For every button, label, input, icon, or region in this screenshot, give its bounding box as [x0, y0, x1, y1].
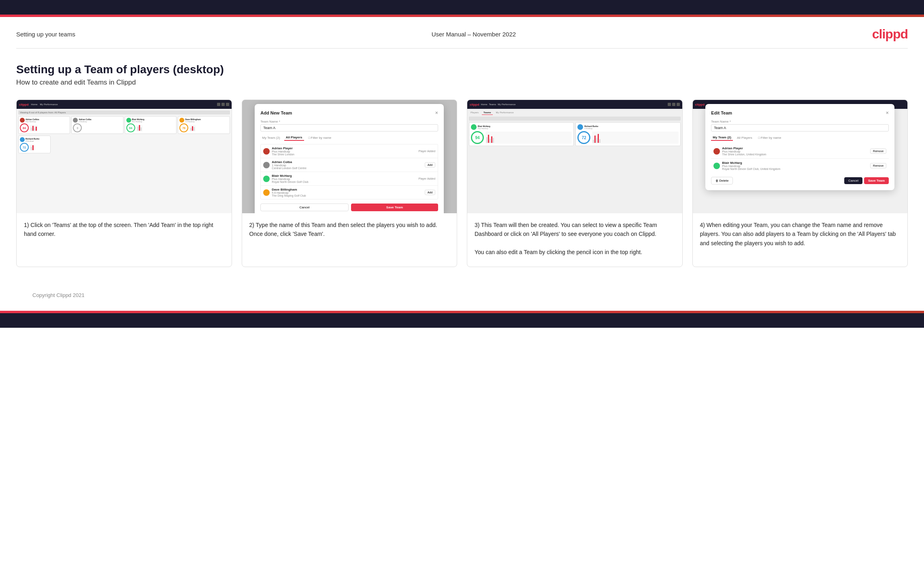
card2-p1-avatar — [263, 148, 270, 155]
card1-nav: clippd Home My Performance — [17, 100, 232, 109]
card2-cancel-button[interactable]: Cancel — [260, 204, 348, 211]
header-section-label: Setting up your teams — [16, 31, 75, 38]
card4-modal-header: Edit Team × — [711, 110, 889, 116]
card2-p4-avatar — [263, 189, 270, 196]
card4-modal-footer: 🗑 Delete Cancel Save Team — [711, 177, 889, 185]
card1-player5: Richard Burke 2 Handicap 72 — [18, 136, 51, 153]
card2-team-name-input[interactable]: Team A — [260, 124, 438, 132]
bar — [493, 138, 494, 143]
bar — [486, 137, 488, 143]
bar — [490, 139, 491, 143]
card2-tab-filter: ☐ Filter by name — [307, 135, 333, 140]
bar — [491, 136, 492, 143]
card3-p1-chart — [485, 132, 572, 144]
card4-p2-details: Blair McHarg Plus Handicap Royal North D… — [722, 161, 780, 170]
card1-nav-links: Home My Performance — [31, 103, 58, 106]
card1-logo: clippd — [19, 103, 29, 106]
card2-p2-add-button[interactable]: Add — [425, 162, 435, 168]
card3-p1-score: 94 — [471, 131, 484, 144]
bar — [32, 126, 34, 131]
card2-p3-details: Blair McHarg Plus Handicap Royal North D… — [272, 174, 308, 183]
card2-p4-location: The Ding Maping Golf Club — [272, 194, 306, 197]
card-4-text: 4) When editing your Team, you can chang… — [693, 213, 908, 257]
card1-p2-name: Adrian Colba — [79, 118, 91, 121]
bar — [141, 127, 142, 131]
bar — [31, 127, 32, 131]
card1-p3-score: 94 — [126, 123, 135, 132]
card4-right-buttons: Cancel Save Team — [844, 177, 889, 184]
card2-p4-add-button[interactable]: Add — [425, 190, 435, 195]
card1-player3: Blair McHarg Plus Handicap 94 — [125, 116, 177, 134]
bar — [190, 128, 192, 131]
card4-p1-detail2: The Shire London, United Kingdom — [722, 153, 766, 156]
card4-p2-remove-button[interactable]: Remove — [870, 163, 886, 168]
card3-p2-avatar — [577, 124, 583, 130]
bar — [598, 134, 599, 143]
card3-tab2: Teams — [482, 110, 493, 115]
card2-tab-allplayers[interactable]: All Players — [284, 135, 304, 141]
card2-player-2: Adrian Colba 1 Handicap Central London G… — [261, 158, 438, 172]
card2-filter-checkbox[interactable]: ☐ — [308, 136, 310, 139]
card2-player4-info: Dave Billingham 5.6 Handicap The Ding Ma… — [263, 188, 306, 197]
card4-team-name-label: Team Name * — [711, 120, 889, 123]
card2-p3-status: Player Added — [419, 177, 436, 180]
bar — [36, 127, 37, 131]
card4-close-icon[interactable]: × — [886, 110, 889, 116]
card1-p2-avatar — [73, 118, 78, 123]
card1-p1-chart — [30, 125, 38, 132]
card2-p4-details: Dave Billingham 5.6 Handicap The Ding Ma… — [272, 188, 306, 197]
card1-nav-icons — [217, 103, 229, 106]
card-3-description1: 3) This Team will then be created. You c… — [475, 221, 675, 239]
card-3-description2: You can also edit a Team by clicking the… — [475, 248, 675, 257]
card3-p1-sub: Plus Handicap — [478, 127, 490, 129]
card1-p4-name: Dave Billingham — [185, 118, 201, 121]
card2-save-button[interactable]: Save Team — [351, 204, 438, 211]
card3-nav-teams: Teams — [489, 103, 496, 106]
card1-p1-name: Adrian Collins — [26, 118, 39, 121]
card-4: clippd Edit Team × Team Name * Team A My… — [692, 100, 908, 267]
card-2: Add New Team × Team Name * Team A My Tea… — [242, 100, 458, 267]
card2-p1-details: Adrian Player Plus Handicap The Shire Lo… — [272, 146, 294, 156]
card-4-description: 4) When editing your Team, you can chang… — [700, 222, 896, 246]
bar — [192, 126, 193, 131]
card4-filter-checkbox[interactable]: ☐ — [758, 136, 760, 139]
card3-p2-name: Richard Burke — [584, 125, 598, 127]
card1-p3-sub: Plus Handicap — [132, 121, 145, 123]
card3-logo: clippd — [470, 103, 479, 106]
page-title: Setting up a Team of players (desktop) — [16, 63, 908, 76]
bar — [599, 139, 600, 143]
bar — [32, 145, 34, 150]
card4-tab-myteam[interactable]: My Team (2) — [711, 135, 733, 141]
cards-grid: clippd Home My Performance Viewing 8 out… — [16, 100, 908, 267]
card4-save-button[interactable]: Save Team — [864, 177, 889, 184]
card2-player3-info: Blair McHarg Plus Handicap Royal North D… — [263, 174, 308, 183]
bar — [137, 127, 138, 131]
card1-p3-chart — [136, 125, 143, 132]
card4-p1-remove-button[interactable]: Remove — [870, 148, 886, 154]
card4-bg-logo: clippd — [695, 103, 705, 106]
card3-filter — [469, 117, 681, 121]
card4-modal-title: Edit Team — [711, 110, 732, 115]
card1-icon3 — [226, 103, 229, 106]
bar — [194, 127, 195, 131]
card-2-screenshot: Add New Team × Team Name * Team A My Tea… — [242, 100, 457, 213]
bar — [488, 135, 489, 143]
bottom-bar — [0, 313, 924, 328]
card2-p2-details: Adrian Colba 1 Handicap Central London G… — [272, 160, 307, 170]
card2-tab-myteam[interactable]: My Team (2) — [260, 135, 281, 140]
card4-delete-button[interactable]: 🗑 Delete — [711, 177, 733, 185]
card2-close-icon[interactable]: × — [435, 110, 439, 116]
card3-p2-chart — [592, 132, 678, 144]
card1-player4: Dave Billingham 5.6 Handicap 78 — [178, 116, 230, 134]
card1-nav-teams: My Performance — [40, 103, 58, 106]
card4-p1-detail1: Plus Handicap — [722, 150, 766, 153]
card-3-screenshot: clippd Home Teams My Performance Players… — [467, 100, 682, 213]
card4-tab-allplayers[interactable]: All Players — [735, 135, 754, 140]
card3-p1-score-row: 94 — [471, 131, 572, 144]
card4-cancel-button[interactable]: Cancel — [844, 177, 862, 184]
card2-modal-header: Add New Team × — [260, 110, 438, 116]
card3-p2-score-row: 72 — [577, 131, 678, 144]
card4-team-name-input[interactable]: Team A — [711, 124, 889, 132]
card2-p1-name: Adrian Player — [272, 146, 294, 150]
card1-p3-avatar — [126, 118, 131, 123]
